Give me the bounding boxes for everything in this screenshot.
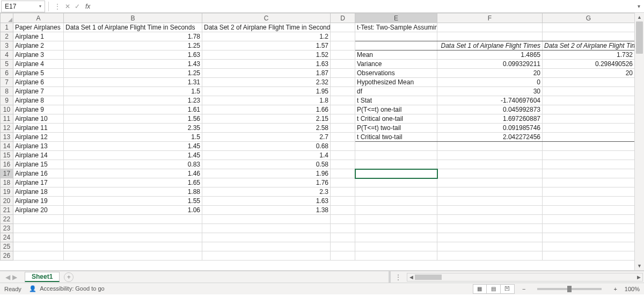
row-header[interactable]: 22 — [1, 215, 13, 224]
cell-A10[interactable]: Airplane 9 — [13, 105, 64, 114]
cell-A7[interactable]: Airplane 6 — [13, 78, 64, 87]
row-header[interactable]: 8 — [1, 87, 13, 96]
cell-B12[interactable]: 2.35 — [64, 124, 202, 133]
cell-E25[interactable] — [355, 242, 437, 251]
cell-C8[interactable]: 1.95 — [202, 87, 331, 96]
cell-B14[interactable]: 1.45 — [64, 142, 202, 151]
cell-E22[interactable] — [355, 215, 437, 224]
row-header[interactable]: 19 — [1, 187, 13, 197]
cell-E17[interactable] — [355, 169, 437, 178]
cell-D20[interactable] — [331, 197, 355, 206]
cell-B25[interactable] — [64, 242, 202, 251]
cell-G9[interactable] — [543, 96, 635, 105]
cell-F5[interactable]: 0.099329211 — [437, 60, 543, 69]
cell-E24[interactable] — [355, 233, 437, 242]
cell-F4[interactable]: 1.4865 — [437, 50, 543, 60]
cell-C24[interactable] — [202, 233, 331, 242]
cell-F14[interactable] — [437, 142, 543, 151]
cell-E15[interactable] — [355, 151, 437, 160]
cell-A4[interactable]: Airplane 3 — [13, 50, 64, 60]
cell-A25[interactable] — [13, 242, 64, 251]
cell-A21[interactable]: Airplane 20 — [13, 206, 64, 215]
row-header[interactable]: 23 — [1, 224, 13, 233]
cell-D18[interactable] — [331, 178, 355, 187]
page-layout-view-button[interactable]: ▤ — [487, 284, 501, 294]
cell-E19[interactable] — [355, 187, 437, 197]
cell-D25[interactable] — [331, 242, 355, 251]
row-header[interactable]: 5 — [1, 60, 13, 69]
cell-D22[interactable] — [331, 215, 355, 224]
cell-C17[interactable]: 1.96 — [202, 169, 331, 178]
row-header[interactable]: 16 — [1, 160, 13, 169]
cell-B5[interactable]: 1.43 — [64, 60, 202, 69]
cell-D21[interactable] — [331, 206, 355, 215]
row-header[interactable]: 21 — [1, 206, 13, 215]
cell-D15[interactable] — [331, 151, 355, 160]
cell-B17[interactable]: 1.46 — [64, 169, 202, 178]
cell-E5[interactable]: Variance — [355, 60, 437, 69]
cell-D13[interactable] — [331, 133, 355, 142]
cell-F24[interactable] — [437, 233, 543, 242]
cell-A11[interactable]: Airplane 10 — [13, 114, 64, 124]
cell-E16[interactable] — [355, 160, 437, 169]
cell-B4[interactable]: 1.63 — [64, 50, 202, 60]
cell-A13[interactable]: Airplane 12 — [13, 133, 64, 142]
cell-B23[interactable] — [64, 224, 202, 233]
cell-G5[interactable]: 0.298490526 — [543, 60, 635, 69]
row-header[interactable]: 3 — [1, 41, 13, 50]
cell-E1[interactable]: t-Test: Two-Sample Assuming Unequal Vari… — [355, 23, 437, 32]
cell-F21[interactable] — [437, 206, 543, 215]
cell-G14[interactable] — [543, 142, 635, 151]
cell-C25[interactable] — [202, 242, 331, 251]
cell-E10[interactable]: P(T<=t) one-tail — [355, 105, 437, 114]
cell-B21[interactable]: 1.06 — [64, 206, 202, 215]
cell-D5[interactable] — [331, 60, 355, 69]
cell-B26[interactable] — [64, 251, 202, 261]
row-header[interactable]: 25 — [1, 242, 13, 251]
cell-C20[interactable]: 1.63 — [202, 197, 331, 206]
vertical-scrollbar[interactable]: ▲ ▼ — [634, 13, 644, 270]
cell-A22[interactable] — [13, 215, 64, 224]
cell-G17[interactable] — [543, 169, 635, 178]
cell-B8[interactable]: 1.5 — [64, 87, 202, 96]
row-header[interactable]: 7 — [1, 78, 13, 87]
cell-G18[interactable] — [543, 178, 635, 187]
column-header-C[interactable]: C — [202, 13, 331, 23]
scroll-left-icon[interactable]: ◀ — [407, 275, 415, 280]
cell-F22[interactable] — [437, 215, 543, 224]
cell-B7[interactable]: 1.31 — [64, 78, 202, 87]
cell-G8[interactable] — [543, 87, 635, 96]
cell-A6[interactable]: Airplane 5 — [13, 69, 64, 78]
cell-F8[interactable]: 30 — [437, 87, 543, 96]
cell-E14[interactable] — [355, 142, 437, 151]
cell-A15[interactable]: Airplane 14 — [13, 151, 64, 160]
row-header[interactable]: 10 — [1, 105, 13, 114]
chevron-down-icon[interactable]: ▾ — [39, 4, 41, 9]
cell-A20[interactable]: Airplane 19 — [13, 197, 64, 206]
column-header-B[interactable]: B — [64, 13, 202, 23]
cell-G26[interactable] — [543, 251, 635, 261]
cell-C4[interactable]: 1.52 — [202, 50, 331, 60]
cell-A19[interactable]: Airplane 18 — [13, 187, 64, 197]
cell-D10[interactable] — [331, 105, 355, 114]
cell-C6[interactable]: 1.87 — [202, 69, 331, 78]
row-header[interactable]: 12 — [1, 124, 13, 133]
cell-F1[interactable] — [437, 23, 543, 32]
row-header[interactable]: 2 — [1, 32, 13, 41]
cell-G11[interactable] — [543, 114, 635, 124]
cell-F16[interactable] — [437, 160, 543, 169]
row-header[interactable]: 14 — [1, 142, 13, 151]
cell-E3[interactable] — [355, 41, 437, 50]
cell-B24[interactable] — [64, 233, 202, 242]
column-header-A[interactable]: A — [13, 13, 64, 23]
cell-F7[interactable]: 0 — [437, 78, 543, 87]
cell-B22[interactable] — [64, 215, 202, 224]
cell-D11[interactable] — [331, 114, 355, 124]
cell-E4[interactable]: Mean — [355, 50, 437, 60]
cell-E11[interactable]: t Critical one-tail — [355, 114, 437, 124]
cell-E26[interactable] — [355, 251, 437, 261]
cell-D12[interactable] — [331, 124, 355, 133]
cell-C18[interactable]: 1.76 — [202, 178, 331, 187]
cell-B9[interactable]: 1.23 — [64, 96, 202, 105]
column-header-E[interactable]: E — [355, 13, 437, 23]
